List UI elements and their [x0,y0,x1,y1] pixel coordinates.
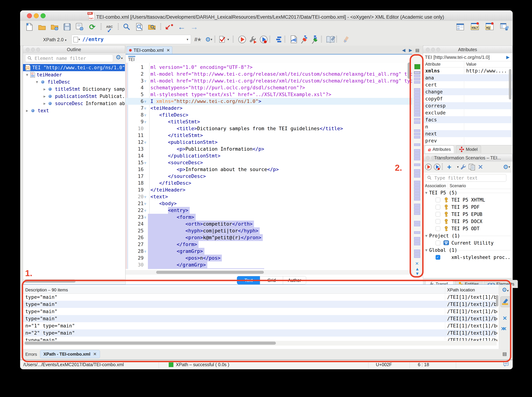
code-line-25[interactable]: 25 <hyph>com|peti|tor</hyph> [126,227,423,234]
code-line-21[interactable]: 21▽ <body> [126,200,423,207]
outline-item-sourcedesc[interactable]: ▶sourceDescInformation ab [23,100,125,107]
xpath-match-marker[interactable] [414,181,420,183]
expand-icon[interactable]: ▶ [43,101,47,105]
xpath-match-marker[interactable] [414,198,420,200]
fold-toggle-icon[interactable]: ▽ [144,112,146,118]
outline-item-teiheader[interactable]: ▼teiHeader [23,71,125,78]
delete-scenario-icon[interactable]: ✕ [476,163,484,171]
pin-green-icon[interactable] [310,35,321,44]
xpath-result-row[interactable]: type="main"/TEI[1]/text[1]/bo [23,308,497,315]
code-line-7[interactable]: 7▽<teiHeader> [126,105,423,112]
fold-toggle-icon[interactable]: ▽ [144,98,146,105]
debug-scenario-icon[interactable] [433,163,441,171]
xpath-match-marker[interactable] [414,121,420,124]
xpath-match-marker[interactable] [414,253,420,255]
attribute-row-cert[interactable]: cert [423,81,512,88]
xpath-match-marker[interactable] [414,81,420,84]
tab-xpath-results[interactable]: XPath - TEI-combo.xml ✕ [40,350,100,358]
outline-item-text[interactable]: ▶text [23,107,125,114]
close-tab-icon[interactable]: ✕ [93,352,96,356]
tab-model[interactable]: Model [456,145,481,153]
xpath-match-marker[interactable] [414,189,420,192]
scenario-checkbox[interactable] [436,198,440,202]
tab-errors[interactable]: Errors [25,352,37,357]
xpath-history-dropdown[interactable]: ▾ [187,37,188,41]
xpath-input[interactable]: ▾ //entry ▾ [71,35,191,44]
attribute-row-copyOf[interactable]: copyOf [423,95,512,102]
scenario-current-utility[interactable]: Current Utility [423,239,512,247]
outline-item-tei[interactable]: TEITEI "http://www.tei-c.org/ns/1.0" [23,64,125,71]
xpath-match-marker[interactable] [414,71,420,74]
attribute-row-corresp[interactable]: corresp [423,102,512,109]
editor-list-icon[interactable]: ▤ [415,48,419,53]
attribute-row-facs[interactable]: facs [423,116,512,123]
search-icon[interactable] [122,23,131,31]
scenario-xml-stylesheet-proc-[interactable]: xml-stylesheet proc.. [423,254,512,261]
xpath-match-marker[interactable] [414,136,420,138]
previous-marker-icon[interactable]: ▲ [415,267,419,272]
scenario-checkbox[interactable] [436,219,440,224]
xpath-match-marker[interactable] [414,88,420,91]
code-line-29[interactable]: 29 <pos>n</pos> [126,255,423,261]
scenario-tei-p5-xhtml[interactable]: TEI P5 XHTML [423,196,512,204]
code-line-12[interactable]: 12▽ <publicationStmt> [126,139,423,146]
expand-element-icon[interactable]: ▶ [506,53,510,61]
xpath-match-marker[interactable] [414,212,420,215]
code-line-26[interactable]: 26 <pron>k@m"petit@(r)</pron> [126,234,423,241]
xpath-match-marker[interactable] [414,224,420,226]
find-replace-icon[interactable] [135,23,144,31]
debug-transformation-icon[interactable] [259,35,269,44]
xpath-result-row[interactable]: n="1" type="main"/TEI[1]/text[1]/bo [23,322,497,329]
view-mode-author[interactable]: Author [283,276,306,284]
code-line-13[interactable]: 13 <p>Publication Information</p> [126,146,423,152]
xpath-result-row[interactable]: type="main"/TEI[1]/text[1]/bo [23,315,497,322]
fold-toggle-icon[interactable]: ▽ [144,105,146,112]
attribute-row-prev[interactable]: prev [423,137,512,144]
collapse-icon[interactable]: ▼ [35,80,39,84]
attribute-row-next[interactable]: next [423,130,512,137]
xslt-debugger-icon[interactable]: XSLT [471,23,479,31]
attribute-row-ana[interactable]: ana [423,74,512,81]
scenario-checkbox[interactable] [436,205,440,210]
xpath-match-marker[interactable] [414,152,420,155]
code-line-17[interactable]: 17 </sourceDesc> [126,173,423,180]
breadcrumb-element[interactable]: TEI [128,57,135,62]
code-line-24[interactable]: 24 <orth>competitor</orth> [126,221,423,227]
xpath-match-marker[interactable] [414,143,420,146]
add-scenario-icon[interactable]: + [445,163,453,171]
xpath-match-marker[interactable] [414,100,420,102]
spell-check-icon[interactable]: ABC✓ [105,23,114,31]
scenario-tei-p5-epub[interactable]: TEI P5 EPUB [423,211,512,218]
results-settings-gear-icon[interactable]: ⚙▾ [502,286,509,293]
breadcrumb[interactable]: TEI [126,55,423,63]
fold-toggle-icon[interactable]: ▽ [144,159,146,166]
view-mode-text[interactable]: Text [237,276,260,284]
code-line-27[interactable]: 27 </form> [126,241,423,248]
scenarios-filter-input[interactable]: Type filter text [425,174,506,182]
xpath-match-marker[interactable] [414,97,420,99]
xpath-match-marker[interactable] [414,195,420,198]
scenarios-panel-header[interactable]: Transformation Scenarios – TEI... [423,154,512,162]
xpath-match-marker[interactable] [414,172,420,175]
attribute-row-change[interactable]: change [423,88,512,95]
code-line-2[interactable]: 2ml-model href="http://www.tei-c.org/rel… [126,71,423,77]
expand-icon[interactable]: ▶ [43,94,47,99]
attributes-panel-header[interactable]: Attributes [423,46,512,53]
xpath-match-marker[interactable] [414,163,420,166]
scenario-checkbox[interactable] [436,241,440,245]
settings-gear-icon[interactable]: ⚙▾ [203,35,214,44]
back-icon[interactable]: ← [177,23,186,31]
xpath-match-marker[interactable] [414,175,420,178]
scenario-checkbox[interactable] [436,255,440,260]
xquery-debugger-icon[interactable]: XQ [485,23,494,31]
settings-gear-icon[interactable]: ⚙▾ [502,163,511,171]
results-vertical-scrollbar[interactable] [496,295,498,306]
xpath-match-marker[interactable] [414,207,420,209]
code-line-23[interactable]: 23▽ <form> [126,214,423,221]
save-url-icon[interactable] [75,23,84,31]
open-url-icon[interactable] [50,23,59,31]
scenario-checkbox[interactable] [436,212,440,217]
code-line-6[interactable]: 6▽I xmlns="http://www.tei-c.org/ns/1.0"> [126,98,423,105]
editor-vertical-scrollbar[interactable] [408,62,411,79]
next-marker-icon[interactable]: ▼ [415,271,419,276]
